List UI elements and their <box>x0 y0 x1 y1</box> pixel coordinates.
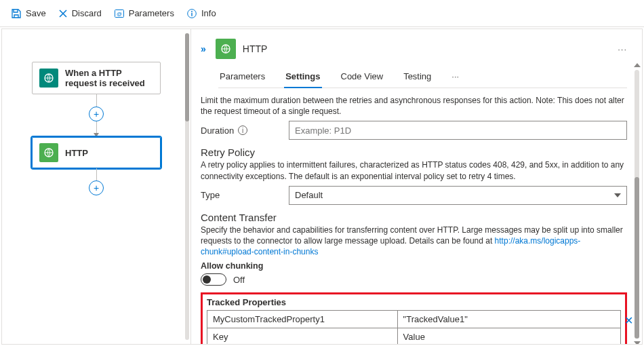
scroll-up-icon <box>634 63 641 67</box>
retry-policy-section: Retry Policy A retry policy applies to i… <box>201 147 627 204</box>
panel-scrollbar[interactable] <box>635 70 639 339</box>
tracked-key-cell[interactable]: MyCustomTrackedProperty1 <box>213 314 325 324</box>
tab-overflow[interactable]: ··· <box>450 67 460 88</box>
node-label: When a HTTP request is received <box>65 68 153 88</box>
allow-chunking-toggle[interactable] <box>201 273 226 286</box>
discard-label: Discard <box>72 8 102 18</box>
tab-parameters[interactable]: Parameters <box>218 67 266 88</box>
action-settings-panel: » HTTP ··· Parameters Settings Code View… <box>190 29 642 344</box>
retry-help-text: A retry policy applies to intermittent f… <box>201 159 627 181</box>
duration-input[interactable] <box>289 121 627 140</box>
info-icon <box>186 8 197 19</box>
duration-section: Limit the maximum duration between the r… <box>201 95 627 140</box>
discard-button[interactable]: Discard <box>58 8 102 18</box>
info-label: Info <box>201 8 216 18</box>
parameters-button[interactable]: @ Parameters <box>114 8 174 19</box>
table-row: Key Value <box>207 328 621 344</box>
parameters-icon: @ <box>114 8 125 19</box>
tracked-properties-section: Tracked Properties MyCustomTrackedProper… <box>201 292 627 344</box>
svg-text:@: @ <box>117 11 122 17</box>
collapse-panel-button[interactable]: » <box>201 43 209 54</box>
scroll-down-icon <box>634 341 641 344</box>
svg-point-3 <box>191 11 193 12</box>
remove-row-button[interactable]: ✕ <box>624 314 633 327</box>
retry-type-label: Type <box>201 190 279 200</box>
content-transfer-section: Content Transfer Specify the behavior an… <box>201 212 627 286</box>
duration-help-text: Limit the maximum duration between the r… <box>201 95 627 117</box>
designer-body: When a HTTP request is received + HTTP + <box>1 28 643 345</box>
connector-end: + <box>89 168 104 195</box>
tab-testing[interactable]: Testing <box>402 67 432 88</box>
panel-header: » HTTP ··· <box>201 39 627 59</box>
designer-toolbar: Save Discard @ Parameters Info <box>0 0 644 27</box>
workflow-node-http[interactable]: HTTP <box>32 137 161 168</box>
chevron-down-icon <box>614 193 621 197</box>
http-action-icon <box>39 143 58 162</box>
retry-heading: Retry Policy <box>201 147 627 158</box>
svg-rect-4 <box>191 12 192 16</box>
add-step-button[interactable]: + <box>89 180 104 195</box>
tab-settings[interactable]: Settings <box>284 67 321 88</box>
tracked-value-cell[interactable]: Value <box>403 332 425 342</box>
add-step-button[interactable]: + <box>89 107 104 121</box>
panel-title: HTTP <box>243 43 268 54</box>
http-action-icon <box>216 39 236 59</box>
info-button[interactable]: Info <box>186 8 216 19</box>
http-request-icon <box>39 69 58 88</box>
tracked-value-cell[interactable]: "TrackedValue1" <box>403 314 468 324</box>
save-button[interactable]: Save <box>11 8 46 19</box>
table-row: MyCustomTrackedProperty1 "TrackedValue1" <box>207 311 621 328</box>
panel-tabs: Parameters Settings Code View Testing ··… <box>218 67 627 88</box>
transfer-help-text: Specify the behavior and capabilities fo… <box>201 225 627 258</box>
allow-chunking-state: Off <box>233 275 245 285</box>
workflow-node-trigger[interactable]: When a HTTP request is received <box>32 62 161 94</box>
tracked-key-cell[interactable]: Key <box>213 332 228 342</box>
info-icon[interactable]: i <box>238 126 247 135</box>
transfer-heading: Content Transfer <box>201 212 627 223</box>
parameters-label: Parameters <box>129 8 174 18</box>
retry-type-value: Default <box>295 190 323 200</box>
allow-chunking-label: Allow chunking <box>201 261 627 271</box>
workflow-canvas[interactable]: When a HTTP request is received + HTTP + <box>2 29 190 344</box>
close-icon <box>58 9 68 18</box>
scroll-thumb[interactable] <box>635 177 639 339</box>
node-label: HTTP <box>65 148 88 158</box>
retry-type-select[interactable]: Default <box>289 186 627 205</box>
tab-code-view[interactable]: Code View <box>340 67 385 88</box>
connector: + <box>89 94 104 137</box>
tracked-heading: Tracked Properties <box>207 297 621 307</box>
save-icon <box>11 8 22 19</box>
duration-label: Duration i <box>201 126 279 136</box>
save-label: Save <box>26 8 46 18</box>
panel-more-button[interactable]: ··· <box>618 44 627 54</box>
tracked-properties-table: MyCustomTrackedProperty1 "TrackedValue1"… <box>207 310 621 344</box>
canvas-scrollbar[interactable] <box>185 33 189 340</box>
